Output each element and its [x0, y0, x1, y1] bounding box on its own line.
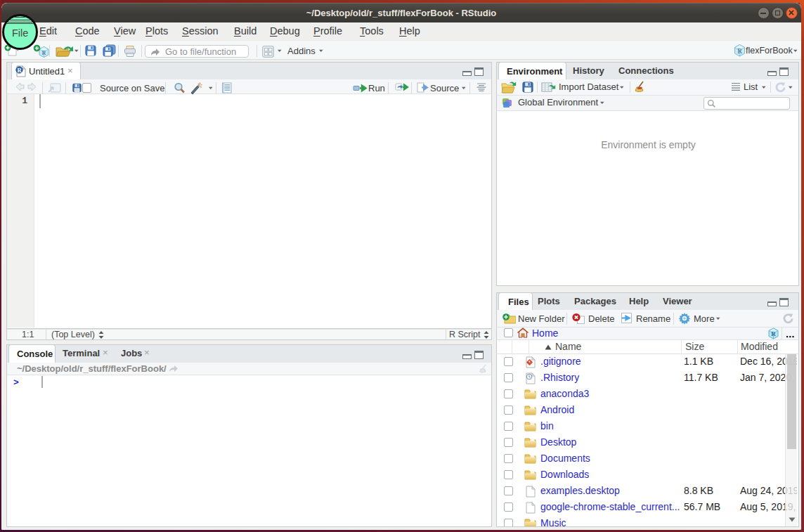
svg-text:R: R	[41, 49, 46, 56]
svg-text:R: R	[737, 47, 742, 55]
svg-text:R: R	[17, 67, 22, 74]
svg-text:R: R	[771, 330, 776, 337]
